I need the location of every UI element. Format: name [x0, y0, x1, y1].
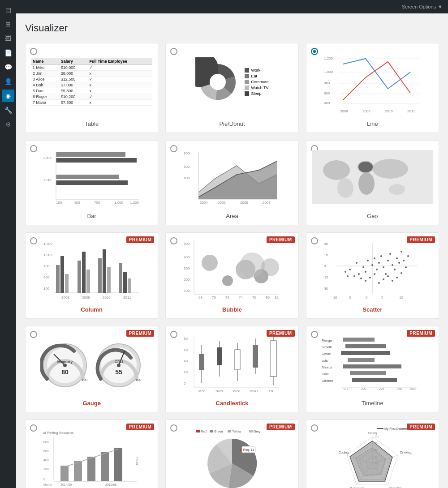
candlestick-visual: 80 60 40 20 0 Mon Tues Wed Thurs Fri — [171, 332, 293, 394]
column-visual: 1,300 1,000 700 400 100 2008 2009 2010 2… — [31, 238, 152, 301]
svg-text:400: 400 — [43, 458, 49, 462]
table-row: 4 Bob$7,000x — [31, 82, 152, 88]
sidebar-icon-comments[interactable]: 💬 — [2, 61, 14, 73]
svg-text:82: 82 — [275, 295, 279, 300]
table-row: 7 Maria$7,300x — [31, 100, 152, 106]
svg-text:80: 80 — [61, 368, 69, 376]
chart-card-timeline[interactable]: PREMIUM Florrgan Lizbeth Genile Lula Tri… — [306, 326, 439, 412]
radio-column[interactable] — [30, 237, 37, 244]
svg-text:1,200: 1,200 — [324, 56, 333, 60]
premium-badge-radar: PREMIUM — [407, 424, 435, 430]
radio-bar[interactable] — [30, 145, 37, 152]
chart-card-line[interactable]: 1,200 1,000 800 600 400 2008 2009 2010 2… — [306, 43, 439, 133]
svg-point-106 — [367, 260, 369, 261]
chart-card-combo[interactable]: PREMIUM Yearly Cat Petting Sessions 800 … — [25, 420, 158, 488]
timeline-svg: Florrgan Lizbeth Genile Lula Trinette Fl… — [321, 332, 424, 394]
svg-point-107 — [371, 264, 373, 266]
svg-rect-67 — [123, 272, 127, 293]
radio-radar[interactable] — [311, 424, 318, 432]
chart-card-scatter[interactable]: PREMIUM 30 15 0 -15 -30 -10 -5 0 5 10 — [306, 232, 439, 319]
chart-label-gauge: Gauge — [82, 400, 100, 407]
svg-text:Yellow: Yellow — [232, 430, 241, 433]
sidebar-icon-tools[interactable]: 🔧 — [2, 104, 14, 116]
legend-commute-label: Commute — [251, 80, 268, 84]
chart-card-geo[interactable]: Geo — [306, 140, 439, 225]
svg-text:2015/06: 2015/06 — [105, 483, 116, 486]
svg-point-130 — [383, 278, 384, 280]
sidebar-icon-media[interactable]: 🖼 — [2, 32, 14, 45]
radio-combo[interactable] — [30, 424, 37, 432]
svg-text:Genile: Genile — [322, 352, 331, 355]
svg-rect-166 — [199, 354, 204, 370]
svg-text:400: 400 — [184, 255, 190, 259]
radio-gauge[interactable] — [30, 331, 37, 338]
svg-rect-63 — [98, 258, 102, 293]
svg-text:CPU: CPU — [114, 360, 123, 364]
pie-svg — [195, 57, 240, 107]
svg-rect-25 — [56, 180, 128, 185]
svg-text:68: 68 — [198, 295, 202, 300]
svg-text:Coding: Coding — [339, 451, 349, 454]
sidebar-icon-settings[interactable]: ⚙ — [2, 118, 14, 131]
svg-text:60: 60 — [375, 449, 378, 451]
chart-grid: Name Salary Full Time Employee 1 Mike$10… — [25, 43, 439, 488]
chart-card-area[interactable]: 800 600 400 2004 2005 2006 2007 — [165, 140, 298, 225]
sidebar-icon-dashboard[interactable]: ⊞ — [2, 18, 14, 30]
svg-point-112 — [383, 266, 384, 268]
svg-text:800: 800 — [324, 81, 330, 85]
svg-point-81 — [202, 255, 218, 271]
chart-label-bar: Bar — [87, 213, 96, 219]
chart-card-polar[interactable]: PREMIUM Red Green Yellow Grey — [165, 420, 298, 488]
sidebar-icon-active[interactable]: ◉ — [2, 90, 14, 102]
svg-text:76: 76 — [252, 295, 256, 300]
svg-point-136 — [347, 275, 349, 277]
chart-label-line: Line — [367, 120, 378, 127]
svg-text:40: 40 — [184, 359, 188, 363]
legend-sleep-label: Sleep — [251, 91, 261, 96]
sidebar-icon-pages[interactable]: 📄 — [2, 47, 14, 59]
col-fulltime: Full Time Employee — [87, 58, 152, 65]
svg-text:72: 72 — [225, 295, 229, 300]
svg-point-113 — [385, 273, 387, 275]
svg-text:2004: 2004 — [200, 201, 208, 205]
svg-rect-66 — [119, 263, 122, 293]
svg-text:Lallenne: Lallenne — [322, 379, 334, 382]
chart-card-radar[interactable]: PREMIUM My First Dataset My Se... — [306, 420, 439, 488]
svg-point-103 — [358, 273, 360, 275]
screen-options-button[interactable]: Screen Options ▼ — [402, 4, 443, 9]
timeline-visual: Florrgan Lizbeth Genile Lula Trinette Fl… — [312, 332, 433, 394]
svg-text:90: 90 — [375, 442, 378, 445]
radio-table[interactable] — [30, 48, 37, 55]
table-row: 1 Mike$10,000✓ — [31, 65, 152, 71]
chart-card-bubble[interactable]: PREMIUM 500 400 300 200 100 68 70 72 74 … — [165, 232, 298, 319]
chart-card-bar[interactable]: 2009 2010 100 400 700 1,000 1,300 — [25, 140, 158, 225]
sidebar-icon-posts[interactable]: ▤ — [2, 4, 14, 16]
radio-line[interactable] — [311, 48, 318, 55]
svg-text:Lizbeth: Lizbeth — [322, 346, 332, 349]
svg-text:100: 100 — [184, 289, 190, 293]
svg-point-134 — [401, 272, 402, 274]
svg-point-142 — [63, 364, 67, 367]
svg-rect-183 — [345, 344, 386, 348]
gauge-visual: 0 100 Memory 80 — [31, 332, 152, 394]
chart-card-candlestick[interactable]: PREMIUM 80 60 40 20 0 Mon Tues Wed Thurs — [165, 326, 298, 412]
table-row: 2 Jim$8,000x — [31, 71, 152, 77]
svg-text:2014/05: 2014/05 — [60, 483, 72, 486]
chart-card-table[interactable]: Name Salary Full Time Employee 1 Mike$10… — [25, 43, 158, 133]
chart-card-gauge[interactable]: PREMIUM 0 100 — [25, 326, 158, 412]
svg-text:1,300: 1,300 — [43, 242, 53, 246]
svg-point-132 — [392, 280, 393, 282]
svg-text:100: 100 — [56, 201, 62, 205]
svg-text:0: 0 — [366, 295, 368, 300]
chart-card-column[interactable]: PREMIUM 1,300 1,000 700 400 100 2008 200… — [25, 232, 158, 319]
combo-visual: Yearly Cat Petting Sessions 800 600 400 … — [31, 425, 152, 488]
sidebar-icon-users[interactable]: 👤 — [2, 75, 14, 88]
chart-card-pie[interactable]: Work Eat Commute — [165, 43, 298, 133]
chart-label-scatter: Scatter — [362, 306, 382, 313]
svg-text:2008: 2008 — [61, 295, 69, 300]
screen-options-label: Screen Options — [402, 4, 436, 9]
svg-text:Trinette: Trinette — [322, 366, 332, 369]
radio-timeline[interactable] — [311, 331, 318, 338]
radio-scatter[interactable] — [311, 237, 318, 244]
svg-point-86 — [261, 258, 279, 276]
